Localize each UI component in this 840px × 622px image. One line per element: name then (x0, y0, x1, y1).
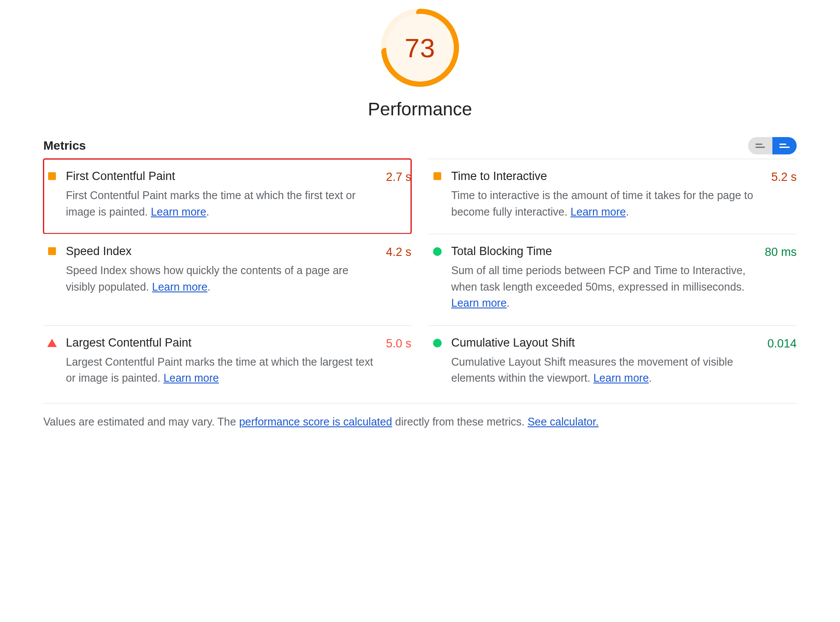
metric-status (43, 245, 61, 311)
learn-more-link[interactable]: Learn more (152, 281, 208, 293)
learn-more-link[interactable]: Learn more (593, 372, 649, 384)
metric-title: Time to Interactive (451, 170, 760, 183)
footnote-pre: Values are estimated and may vary. The (43, 416, 239, 428)
metric-body: Largest Contentful PaintLargest Contentf… (66, 336, 381, 386)
view-toggle (748, 137, 797, 154)
performance-report: 73 Performance Metrics First Contentful … (0, 0, 840, 445)
metric-desc-post: . (206, 206, 209, 218)
metric-title: First Contentful Paint (66, 170, 374, 183)
metric-status (429, 245, 446, 311)
gauge-inner: 73 (386, 14, 454, 82)
metric-value: 5.0 s (386, 336, 411, 386)
metric-description: Largest Contentful Paint marks the time … (66, 354, 374, 386)
metric-description: Sum of all time periods between FCP and … (451, 262, 753, 311)
metrics-grid: First Contentful PaintFirst Contentful P… (43, 159, 797, 400)
metric-desc-text: Cumulative Layout Shift measures the mov… (451, 356, 733, 384)
view-toggle-expanded[interactable] (772, 137, 797, 154)
status-good-icon (433, 339, 442, 347)
metric-body: Cumulative Layout ShiftCumulative Layout… (451, 336, 762, 386)
learn-more-link[interactable]: Learn more (570, 206, 626, 218)
metric-desc-text: First Contentful Paint marks the time at… (66, 189, 355, 218)
learn-more-link[interactable]: Learn more (163, 372, 219, 384)
status-average-icon (48, 172, 56, 180)
score-gauge-section: 73 Performance (43, 9, 797, 120)
metric-card: Largest Contentful PaintLargest Contentf… (43, 325, 411, 400)
metric-description: Time to interactive is the amount of tim… (451, 187, 760, 220)
metric-status (43, 170, 61, 220)
metric-desc-text: Sum of all time periods between FCP and … (451, 264, 746, 293)
metric-desc-post: . (626, 206, 629, 218)
status-average-icon (433, 172, 441, 180)
gauge-score-value: 73 (405, 33, 436, 63)
metric-card: Time to InteractiveTime to interactive i… (429, 159, 797, 234)
metric-card: Total Blocking TimeSum of all time perio… (429, 234, 797, 325)
metric-body: Speed IndexSpeed Index shows how quickly… (66, 245, 381, 311)
metric-body: Total Blocking TimeSum of all time perio… (451, 245, 759, 311)
metrics-heading: Metrics (43, 139, 86, 153)
metric-body: First Contentful PaintFirst Contentful P… (66, 170, 381, 220)
metric-title: Speed Index (66, 245, 374, 258)
metric-desc-post: . (208, 281, 211, 293)
metric-body: Time to InteractiveTime to interactive i… (451, 170, 766, 220)
footnote: Values are estimated and may vary. The p… (43, 403, 797, 428)
footnote-mid: directly from these metrics. (392, 416, 528, 428)
metric-desc-post: . (649, 372, 652, 384)
status-average-icon (48, 247, 56, 255)
metric-description: Speed Index shows how quickly the conten… (66, 262, 374, 295)
metric-title: Cumulative Layout Shift (451, 336, 756, 350)
gauge-title: Performance (368, 99, 472, 120)
metric-description: First Contentful Paint marks the time at… (66, 187, 374, 220)
status-poor-icon (47, 339, 57, 347)
metric-value: 0.014 (767, 336, 797, 386)
metric-value: 5.2 s (771, 170, 797, 220)
metric-description: Cumulative Layout Shift measures the mov… (451, 354, 756, 386)
status-good-icon (433, 247, 442, 256)
metric-desc-post: . (507, 297, 510, 309)
metric-status (429, 170, 446, 220)
metric-card: Speed IndexSpeed Index shows how quickly… (43, 234, 411, 325)
metric-value: 80 ms (765, 245, 797, 311)
footnote-link-calculator[interactable]: See calculator. (527, 416, 599, 428)
compact-icon (755, 144, 765, 148)
metric-card: Cumulative Layout ShiftCumulative Layout… (429, 325, 797, 400)
metric-desc-text: Largest Contentful Paint marks the time … (66, 356, 373, 384)
expanded-icon (779, 144, 790, 148)
metric-value: 4.2 s (386, 245, 411, 311)
view-toggle-compact[interactable] (748, 137, 772, 154)
learn-more-link[interactable]: Learn more (151, 206, 206, 218)
metrics-header: Metrics (43, 137, 797, 154)
metric-status (43, 336, 61, 386)
metric-status (429, 336, 446, 386)
learn-more-link[interactable]: Learn more (451, 297, 507, 309)
metric-card: First Contentful PaintFirst Contentful P… (43, 159, 411, 234)
metric-title: Largest Contentful Paint (66, 336, 374, 350)
metric-value: 2.7 s (386, 170, 411, 220)
footnote-link-calculation[interactable]: performance score is calculated (239, 416, 392, 428)
metric-title: Total Blocking Time (451, 245, 753, 258)
score-gauge: 73 (381, 9, 459, 87)
